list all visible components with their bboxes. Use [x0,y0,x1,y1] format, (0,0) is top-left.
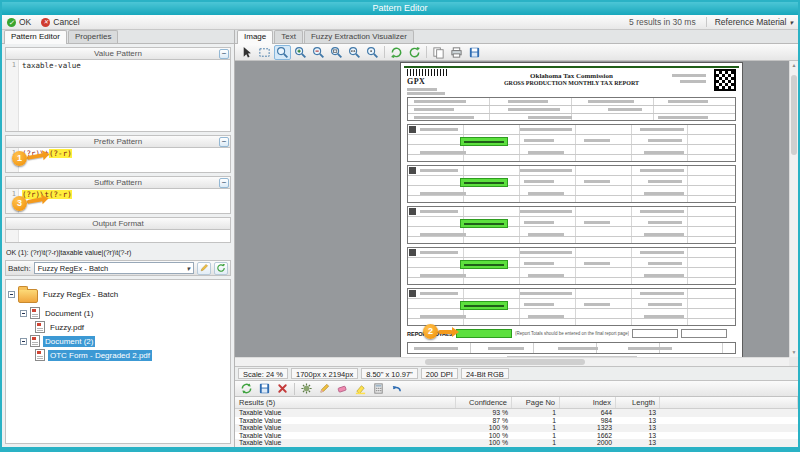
vertical-scrollbar[interactable]: ▲ ▼ [789,61,798,357]
output-format-editor[interactable] [5,230,231,243]
tree-node-label-selected[interactable]: Document (2) [43,336,95,347]
calculator-icon[interactable] [370,381,387,396]
tab-image[interactable]: Image [237,30,273,44]
collapse-section-icon[interactable] [219,49,229,59]
scroll-up-icon[interactable]: ▲ [790,61,798,70]
expander-icon[interactable] [20,338,27,345]
results-status: 5 results in 30 ms [629,17,696,27]
form-info-table [407,97,736,121]
scrollbar-thumb[interactable] [425,359,585,365]
delete-result-icon[interactable] [274,381,291,396]
batch-bar: Batch: Fuzzy RegEx - Batch [5,260,231,276]
zoom-fit-page-icon[interactable] [364,45,381,60]
result-row[interactable]: Taxable Value 100 % 1 1323 13 [235,424,798,432]
form-logo: GPX [407,77,425,86]
prefix-code-highlight: (?-r) [49,149,72,158]
form-section [407,288,736,326]
prefix-pattern-editor[interactable]: 1 (?r)\t(?-r) [5,148,231,173]
title-bar[interactable]: Pattern Editor [2,2,798,15]
tree-node-document-1[interactable]: Document (1) [8,306,230,320]
pdf-file-icon [35,321,45,333]
tree-node-label-selected[interactable]: OTC Form - Degraded 2.pdf [48,350,152,361]
refresh-results-icon[interactable] [238,381,255,396]
callout-badge-3: 3 [12,196,27,211]
tab-fuzzy-extraction-visualizer[interactable]: Fuzzy Extraction Visualizer [304,30,414,43]
export-results-icon[interactable] [256,381,273,396]
output-format-section: Output Format [5,217,231,243]
run-extraction-icon[interactable] [298,381,315,396]
tree-node-label[interactable]: Fuzzy.pdf [48,322,86,333]
form-section [407,165,736,203]
tab-properties[interactable]: Properties [68,30,118,43]
value-pattern-editor[interactable]: 1 taxable-value [5,60,231,132]
expander-icon[interactable] [8,291,15,298]
folder-icon [18,289,38,303]
print-icon[interactable] [448,45,465,60]
reference-material-dropdown[interactable]: Reference Material [706,17,793,27]
result-row[interactable]: Taxable Value 100 % 1 2000 13 [235,439,798,447]
cancel-button[interactable]: Cancel [41,17,79,27]
zoom-out-icon[interactable] [310,45,327,60]
save-icon[interactable] [466,45,483,60]
eraser-icon[interactable] [334,381,351,396]
text-line [420,192,466,195]
zoom-in-icon[interactable] [292,45,309,60]
edit-pencil-icon[interactable] [316,381,333,396]
pointer-icon[interactable] [238,45,255,60]
select-region-icon[interactable] [256,45,273,60]
text-line [658,116,708,119]
column-header-results[interactable]: Results (5) [235,397,456,408]
batch-combobox[interactable]: Fuzzy RegEx - Batch [34,262,194,274]
column-header-length[interactable]: Length [616,397,660,408]
ok-button[interactable]: OK [7,17,31,27]
text-line [414,108,454,111]
text-line [672,74,706,77]
inch-size-indicator: 8.50" x 10.97" [361,368,418,379]
results-header-row: Results (5) Confidence Page No Index Len… [235,397,798,409]
chevron-down-icon [186,264,190,273]
tree-node-fuzzy-pdf[interactable]: Fuzzy.pdf [8,320,230,334]
rotate-ccw-icon[interactable] [388,45,405,60]
totals-cell [681,329,727,338]
result-row[interactable]: Taxable Value 87 % 1 984 13 [235,417,798,425]
taxable-value-match-highlight [460,178,508,187]
scrollbar-thumb[interactable] [791,75,797,155]
text-line [528,116,572,119]
rotate-cw-icon[interactable] [406,45,423,60]
tree-root-row[interactable]: Fuzzy RegEx - Batch [8,282,230,306]
collapse-section-icon[interactable] [219,178,229,188]
column-header-confidence[interactable]: Confidence [456,397,512,408]
pages-icon[interactable] [430,45,447,60]
tree-node-otc-pdf[interactable]: OTC Form - Degraded 2.pdf [8,348,230,362]
text-line [640,251,684,254]
column-header-index[interactable]: Index [560,397,616,408]
tab-text[interactable]: Text [274,30,303,43]
column-header-page-no[interactable]: Page No [512,397,560,408]
highlighter-icon[interactable] [352,381,369,396]
batch-edit-icon[interactable] [197,262,211,275]
document-page[interactable]: GPX Oklahoma Tax Commission Gross Produc… [401,63,742,363]
horizontal-scrollbar[interactable] [235,357,789,366]
tree-node-document-2[interactable]: Document (2) [8,334,230,348]
scroll-down-icon[interactable]: ▼ [790,348,798,357]
zoom-selection-icon[interactable] [328,45,345,60]
batch-refresh-icon[interactable] [214,262,228,275]
result-row[interactable]: Taxable Value 100 % 1 1662 13 [235,432,798,440]
results-table: Results (5) Confidence Page No Index Len… [235,396,798,447]
tree-node-label[interactable]: Document (1) [43,308,95,319]
result-row[interactable]: Taxable Value 93 % 1 644 13 [235,409,798,417]
image-viewer[interactable]: GPX Oklahoma Tax Commission Gross Produc… [235,61,798,366]
text-line [414,100,466,103]
expander-icon[interactable] [20,310,27,317]
tab-pattern-editor[interactable]: Pattern Editor [4,30,67,44]
zoom-fit-width-icon[interactable] [346,45,363,60]
collapse-section-icon[interactable] [219,137,229,147]
text-line [644,315,684,318]
text-line [644,274,684,277]
zoom-icon[interactable] [274,45,291,60]
undo-icon[interactable] [388,381,405,396]
text-line [528,192,564,195]
text-line [680,80,706,83]
document-icon [30,307,40,319]
tree-root-label[interactable]: Fuzzy RegEx - Batch [41,289,120,300]
